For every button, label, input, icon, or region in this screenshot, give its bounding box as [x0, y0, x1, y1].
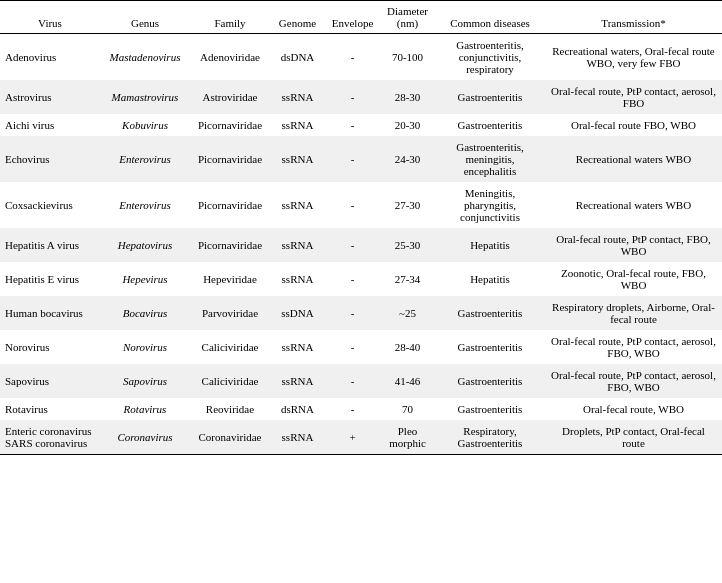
cell-virus: Enteric coronavirusSARS coronavirus: [0, 420, 100, 455]
cell-diseases: Hepatitis: [435, 228, 545, 262]
cell-diameter: 25-30: [380, 228, 435, 262]
cell-family: Picornaviridae: [190, 114, 270, 136]
cell-envelope: -: [325, 136, 380, 182]
cell-genus: Norovirus: [100, 330, 190, 364]
cell-diseases: Meningitis, pharyngitis, conjunctivitis: [435, 182, 545, 228]
table-row: AdenovirusMastadenovirusAdenoviridaedsDN…: [0, 34, 722, 81]
cell-transmission: Recreational waters, Oral-fecal route WB…: [545, 34, 722, 81]
table-row: Hepatitis A virusHepatovirusPicornavirid…: [0, 228, 722, 262]
cell-diameter: 70-100: [380, 34, 435, 81]
cell-diameter: 27-30: [380, 182, 435, 228]
cell-genome: ssRNA: [270, 330, 325, 364]
cell-genus: Enterovirus: [100, 182, 190, 228]
cell-diameter: 70: [380, 398, 435, 420]
cell-diseases: Gastroenteritis, conjunctivitis, respira…: [435, 34, 545, 81]
cell-diseases: Gastroenteritis: [435, 330, 545, 364]
cell-genome: ssRNA: [270, 136, 325, 182]
cell-envelope: -: [325, 114, 380, 136]
cell-genus: Sapovirus: [100, 364, 190, 398]
cell-genus: Kobuvirus: [100, 114, 190, 136]
cell-virus: Adenovirus: [0, 34, 100, 81]
table-row: AstrovirusMamastrovirusAstroviridaessRNA…: [0, 80, 722, 114]
cell-genome: ssRNA: [270, 364, 325, 398]
cell-family: Picornaviridae: [190, 182, 270, 228]
cell-genus: Mamastrovirus: [100, 80, 190, 114]
col-genus: Genus: [100, 1, 190, 34]
cell-diameter: 27-34: [380, 262, 435, 296]
col-diseases: Common diseases: [435, 1, 545, 34]
cell-diseases: Gastroenteritis: [435, 398, 545, 420]
cell-family: Caliciviridae: [190, 364, 270, 398]
cell-diseases: Hepatitis: [435, 262, 545, 296]
cell-envelope: -: [325, 364, 380, 398]
virus-table: Virus Genus Family Genome Envelope Diame…: [0, 0, 722, 455]
cell-diameter: 24-30: [380, 136, 435, 182]
cell-transmission: Oral-fecal route, PtP contact, aerosol, …: [545, 80, 722, 114]
cell-diameter: 28-30: [380, 80, 435, 114]
cell-virus: Astrovirus: [0, 80, 100, 114]
cell-envelope: -: [325, 182, 380, 228]
table-row: Enteric coronavirusSARS coronavirusCoron…: [0, 420, 722, 455]
cell-envelope: -: [325, 398, 380, 420]
cell-family: Adenoviridae: [190, 34, 270, 81]
cell-genome: dsDNA: [270, 34, 325, 81]
cell-genome: ssRNA: [270, 262, 325, 296]
table-row: SapovirusSapovirusCaliciviridaessRNA-41-…: [0, 364, 722, 398]
cell-envelope: -: [325, 296, 380, 330]
cell-genome: ssRNA: [270, 420, 325, 455]
cell-diseases: Respiratory, Gastroenteritis: [435, 420, 545, 455]
table-row: NorovirusNorovirusCaliciviridaessRNA-28-…: [0, 330, 722, 364]
cell-genus: Coronavirus: [100, 420, 190, 455]
table-row: CoxsackievirusEnterovirusPicornaviridaes…: [0, 182, 722, 228]
cell-genus: Hepatovirus: [100, 228, 190, 262]
cell-diseases: Gastroenteritis: [435, 296, 545, 330]
cell-genus: Enterovirus: [100, 136, 190, 182]
cell-family: Picornaviridae: [190, 136, 270, 182]
cell-envelope: -: [325, 330, 380, 364]
cell-diameter: 41-46: [380, 364, 435, 398]
col-virus: Virus: [0, 1, 100, 34]
cell-envelope: -: [325, 262, 380, 296]
cell-transmission: Oral-fecal route, PtP contact, aerosol, …: [545, 364, 722, 398]
col-transmission: Transmission*: [545, 1, 722, 34]
cell-transmission: Respiratory droplets, Airborne, Oral-fec…: [545, 296, 722, 330]
cell-diseases: Gastroenteritis: [435, 364, 545, 398]
cell-diseases: Gastroenteritis: [435, 80, 545, 114]
cell-family: Parvoviridae: [190, 296, 270, 330]
col-envelope: Envelope: [325, 1, 380, 34]
cell-genome: dsRNA: [270, 398, 325, 420]
cell-transmission: Oral-fecal route FBO, WBO: [545, 114, 722, 136]
cell-family: Picornaviridae: [190, 228, 270, 262]
cell-envelope: +: [325, 420, 380, 455]
cell-virus: Hepatitis E virus: [0, 262, 100, 296]
cell-virus: Human bocavirus: [0, 296, 100, 330]
cell-diseases: Gastroenteritis, meningitis, encephaliti…: [435, 136, 545, 182]
cell-transmission: Oral-fecal route, PtP contact, aerosol, …: [545, 330, 722, 364]
cell-virus: Sapovirus: [0, 364, 100, 398]
cell-genome: ssRNA: [270, 80, 325, 114]
cell-virus: Coxsackievirus: [0, 182, 100, 228]
cell-genome: ssRNA: [270, 182, 325, 228]
cell-genome: ssRNA: [270, 228, 325, 262]
cell-transmission: Zoonotic, Oral-fecal route, FBO, WBO: [545, 262, 722, 296]
cell-virus: Hepatitis A virus: [0, 228, 100, 262]
cell-envelope: -: [325, 228, 380, 262]
cell-diameter: ~25: [380, 296, 435, 330]
cell-genome: ssRNA: [270, 114, 325, 136]
cell-family: Coronaviridae: [190, 420, 270, 455]
cell-family: Astroviridae: [190, 80, 270, 114]
cell-diseases: Gastroenteritis: [435, 114, 545, 136]
cell-family: Caliciviridae: [190, 330, 270, 364]
cell-virus: Aichi virus: [0, 114, 100, 136]
cell-family: Reoviridae: [190, 398, 270, 420]
cell-envelope: -: [325, 80, 380, 114]
table-row: Aichi virusKobuvirusPicornaviridaessRNA-…: [0, 114, 722, 136]
cell-transmission: Recreational waters WBO: [545, 136, 722, 182]
table-row: Hepatitis E virusHepevirusHepeviridaessR…: [0, 262, 722, 296]
cell-transmission: Droplets, PtP contact, Oral-fecal route: [545, 420, 722, 455]
cell-genome: ssDNA: [270, 296, 325, 330]
cell-envelope: -: [325, 34, 380, 81]
cell-transmission: Oral-fecal route, PtP contact, FBO, WBO: [545, 228, 722, 262]
table-row: Human bocavirusBocavirusParvoviridaessDN…: [0, 296, 722, 330]
cell-virus: Rotavirus: [0, 398, 100, 420]
